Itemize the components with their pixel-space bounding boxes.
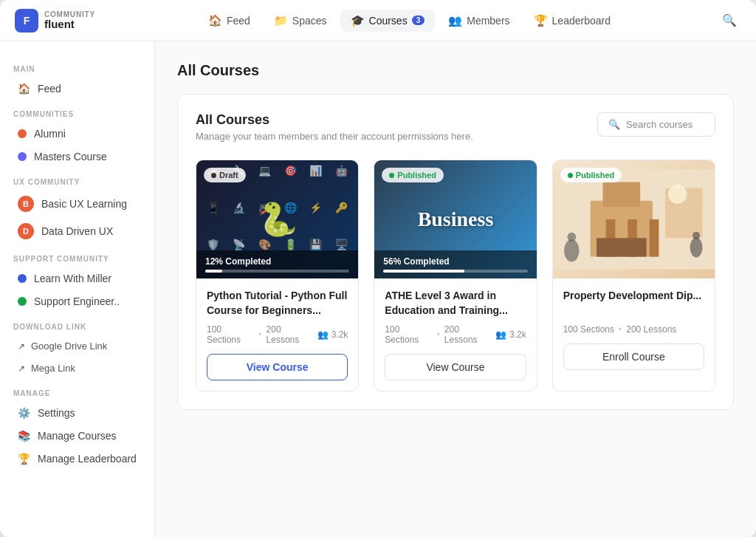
- header-search-button[interactable]: 🔍: [718, 9, 741, 33]
- course-card-python: 🚗🔧💻🎯📊🤖 📱🔬🎮🌐⚡🔑 🛡️📡🎨🔋💾🖥️ 🐍 Draft: [196, 160, 359, 391]
- sidebar-item-support-engineer[interactable]: Support Engineer..: [4, 290, 150, 312]
- course-meta-python: 100 Sections • 200 Lessons 👥 3.2k: [207, 324, 348, 345]
- course-badge-business: Published: [382, 168, 444, 182]
- sidebar-mega-label: Mega Link: [31, 363, 75, 374]
- support-engineer-dot: [18, 297, 27, 306]
- view-course-business-button[interactable]: View Course: [385, 354, 526, 380]
- sep1-business: •: [437, 329, 440, 340]
- course-name-business: ATHE Level 3 Award in Education and Trai…: [385, 289, 526, 318]
- sidebar-item-manage-leaderboard[interactable]: 🏆 Manage Leaderboard: [4, 448, 150, 470]
- alumni-dot: [18, 129, 27, 138]
- sidebar-label-communities: COMMUNITIES: [0, 110, 154, 118]
- main-content: All Courses All Courses Manage your team…: [155, 41, 756, 537]
- course-info-business: ATHE Level 3 Award in Education and Trai…: [374, 278, 536, 391]
- lessons-business: 200 Lessons: [444, 324, 491, 345]
- sections-python: 100 Sections: [207, 324, 254, 345]
- courses-header-text: All Courses Manage your team members and…: [196, 112, 473, 142]
- sidebar-item-learn-miller[interactable]: Learn With Miller: [4, 267, 150, 290]
- sidebar-item-basic-ux[interactable]: B Basic UX Learning: [4, 191, 150, 217]
- titlebar: F COMMUNITY fluent 🏠 Feed 📁 Spaces 🎓 Cou…: [0, 0, 756, 41]
- sidebar-alumni-label: Alumni: [34, 128, 66, 140]
- view-course-python-button[interactable]: View Course: [207, 354, 348, 380]
- sidebar-item-data-driven-ux[interactable]: D Data Driven UX: [4, 218, 150, 244]
- sidebar-label-download: DOWNLOAD LINK: [0, 323, 154, 331]
- course-img-property: Published: [553, 160, 715, 278]
- sidebar-google-drive-link[interactable]: ↗ Google Drive Link: [4, 335, 150, 357]
- sidebar: MAIN 🏠 Feed COMMUNITIES Alumni Masters C…: [0, 41, 155, 537]
- nav-spaces[interactable]: 📁 Spaces: [264, 10, 337, 32]
- sidebar-google-label: Google Drive Link: [31, 341, 107, 352]
- sidebar-item-settings[interactable]: ⚙️ Settings: [4, 402, 150, 424]
- app-window: F COMMUNITY fluent 🏠 Feed 📁 Spaces 🎓 Cou…: [0, 0, 756, 537]
- course-img-business: Business Published 56% Completed: [374, 160, 536, 278]
- nav-feed-label: Feed: [227, 15, 250, 27]
- sidebar-settings-label: Settings: [38, 407, 75, 419]
- users-icon-python: 👥: [317, 329, 329, 340]
- progress-label-python: 12% Completed: [205, 256, 349, 267]
- manage-leaderboard-icon: 🏆: [18, 453, 30, 465]
- course-img-python: 🚗🔧💻🎯📊🤖 📱🔬🎮🌐⚡🔑 🛡️📡🎨🔋💾🖥️ 🐍 Draft: [196, 160, 358, 278]
- students-business: 👥 3.2k: [495, 329, 526, 340]
- courses-badge: 3: [412, 16, 425, 25]
- draft-badge-label: Draft: [219, 171, 238, 179]
- sidebar-data-driven-label: Data Driven UX: [41, 225, 113, 237]
- course-meta-property: 100 Sections • 200 Lessons: [563, 324, 704, 335]
- sections-property: 100 Sections: [563, 324, 614, 335]
- published-badge-label-property: Published: [576, 171, 615, 179]
- logo-text-area: COMMUNITY fluent: [44, 10, 95, 31]
- basic-ux-avatar: B: [18, 196, 34, 212]
- logo-name: fluent: [44, 18, 95, 31]
- students-count-business: 3.2k: [509, 329, 526, 340]
- search-courses-input[interactable]: 🔍 Search courses: [597, 112, 715, 137]
- arrow-icon-google: ↗: [18, 341, 25, 352]
- members-icon: 👥: [448, 14, 462, 27]
- svg-point-10: [567, 233, 576, 242]
- svg-rect-7: [649, 219, 659, 257]
- sidebar-item-manage-courses[interactable]: 📚 Manage Courses: [4, 425, 150, 447]
- course-name-python: Python Tutorial - Python Full Course for…: [207, 289, 348, 318]
- sidebar-item-alumni[interactable]: Alumni: [4, 123, 150, 145]
- arrow-icon-mega: ↗: [18, 363, 25, 374]
- lessons-property: 200 Lessons: [626, 324, 676, 335]
- sidebar-label-main: MAIN: [0, 65, 154, 73]
- published-badge-dot-property: [568, 173, 573, 178]
- nav-spaces-label: Spaces: [292, 15, 327, 27]
- sidebar-manage-courses-label: Manage Courses: [38, 430, 117, 442]
- lessons-python: 200 Lessons: [267, 324, 313, 345]
- page-title: All Courses: [177, 62, 734, 79]
- nav-members-label: Members: [467, 15, 509, 27]
- nav-members[interactable]: 👥 Members: [438, 10, 520, 32]
- nav-feed[interactable]: 🏠 Feed: [198, 10, 261, 32]
- courses-subtitle: Manage your team members and their accou…: [196, 131, 473, 142]
- svg-rect-3: [602, 182, 640, 207]
- published-badge-dot-business: [389, 173, 394, 178]
- enroll-course-property-button[interactable]: Enroll Course: [563, 343, 704, 370]
- course-badge-property: Published: [560, 168, 622, 182]
- nav-courses-label: Courses: [369, 15, 408, 27]
- feed-icon: 🏠: [18, 83, 30, 95]
- sidebar-label-manage: MANAGE: [0, 389, 154, 397]
- nav-leaderboard[interactable]: 🏆 Leaderboard: [523, 10, 621, 32]
- logo-icon: F: [15, 9, 38, 33]
- svg-rect-8: [597, 238, 646, 256]
- draft-badge-dot: [211, 173, 216, 178]
- sidebar-mega-link[interactable]: ↗ Mega Link: [4, 358, 150, 379]
- sidebar-item-masters-course[interactable]: Masters Course: [4, 146, 150, 168]
- sidebar-item-feed[interactable]: 🏠 Feed: [4, 78, 150, 100]
- progress-bar-python: [205, 270, 349, 273]
- sidebar-label-ux: UX COMMUNITY: [0, 178, 154, 186]
- course-card-business: Business Published 56% Completed: [374, 160, 537, 391]
- course-info-python: Python Tutorial - Python Full Course for…: [196, 278, 358, 391]
- students-python: 👥 3.2k: [317, 329, 348, 340]
- course-name-property: Property Development Dip...: [563, 289, 704, 318]
- svg-point-4: [668, 185, 687, 204]
- sections-business: 100 Sections: [385, 324, 432, 345]
- sep1-python: •: [258, 329, 261, 340]
- learn-miller-dot: [18, 274, 27, 283]
- progress-bar-business: [383, 270, 527, 273]
- svg-point-9: [564, 239, 579, 261]
- nav-courses[interactable]: 🎓 Courses 3: [340, 10, 436, 32]
- home-icon: 🏠: [208, 14, 222, 27]
- svg-point-12: [693, 232, 700, 239]
- courses-header: All Courses Manage your team members and…: [196, 112, 715, 142]
